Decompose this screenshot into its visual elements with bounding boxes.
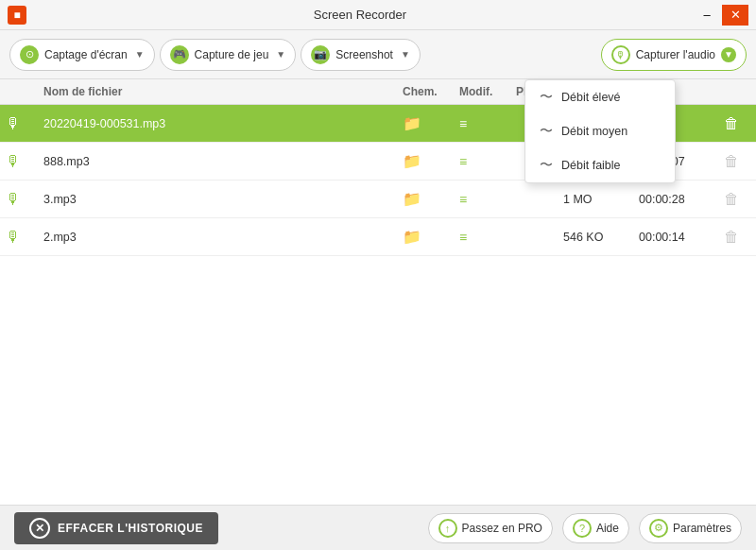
app-logo: ■ — [8, 6, 26, 25]
row-plus — [510, 192, 558, 207]
row-path[interactable]: 📁 — [397, 145, 454, 178]
row-filename: 2.mp3 — [38, 223, 397, 251]
mic-icon: 🎙 — [6, 153, 21, 170]
row-delete[interactable]: 🗑 — [718, 221, 756, 253]
dropdown-low-label: Débit faible — [561, 159, 621, 172]
dropdown-item-low[interactable]: 〜 Débit faible — [525, 148, 675, 182]
app-title: Screen Recorder — [26, 8, 694, 22]
titlebar: ■ Screen Recorder – ✕ — [0, 0, 756, 30]
row-filename: 20220419-000531.mp3 — [38, 110, 397, 138]
row-filename: 3.mp3 — [38, 185, 397, 214]
list-icon: ≡ — [459, 116, 467, 131]
dropdown-item-mid[interactable]: 〜 Débit moyen — [525, 114, 675, 148]
capture-screen-icon: ⊙ — [20, 45, 39, 64]
row-modif[interactable]: ≡ — [454, 146, 510, 177]
capture-game-icon: 🎮 — [170, 45, 189, 64]
table-row: 🎙 2.mp3 📁 ≡ 546 KO 00:00:14 🗑 — [0, 218, 756, 256]
row-modif[interactable]: ≡ — [454, 109, 510, 139]
help-label: Aide — [596, 522, 619, 535]
clear-history-button[interactable]: ✕ EFFACER L'HISTORIQUE — [14, 512, 218, 544]
capture-game-button[interactable]: 🎮 Capture de jeu ▼ — [160, 39, 297, 71]
row-icon-cell: 🎙 — [0, 108, 38, 140]
row-icon-cell: 🎙 — [0, 183, 38, 215]
dropdown-mid-label: Débit moyen — [561, 125, 627, 138]
pro-label: Passez en PRO — [462, 522, 542, 535]
screenshot-button[interactable]: 📷 Screenshot ▼ — [301, 39, 421, 71]
window-controls: – ✕ — [694, 5, 748, 26]
row-duration: 00:00:28 — [633, 185, 718, 214]
clear-history-label: EFFACER L'HISTORIQUE — [58, 522, 203, 535]
row-delete[interactable]: 🗑 — [718, 146, 756, 178]
screenshot-chevron: ▼ — [401, 49, 410, 60]
wave-high-icon: 〜 — [539, 89, 554, 106]
row-size: 546 KO — [558, 223, 633, 251]
col-modif: Modif. — [454, 85, 510, 98]
list-icon: ≡ — [459, 154, 467, 169]
settings-icon: ⚙ — [649, 519, 668, 538]
col-delete — [718, 85, 756, 98]
row-icon-cell: 🎙 — [0, 221, 38, 253]
row-path[interactable]: 📁 — [397, 182, 454, 215]
settings-button[interactable]: ⚙ Paramètres — [639, 513, 742, 543]
row-delete[interactable]: 🗑 — [718, 183, 756, 215]
col-icon — [0, 85, 38, 98]
mic-icon: 🎙 — [6, 229, 21, 246]
row-icon-cell: 🎙 — [0, 146, 38, 178]
pro-icon: ↑ — [438, 519, 457, 538]
folder-icon: 📁 — [403, 114, 421, 132]
capture-audio-label: Capturer l'audio — [636, 48, 715, 61]
help-icon: ? — [573, 519, 592, 538]
folder-icon: 📁 — [403, 190, 421, 208]
row-filename: 888.mp3 — [38, 147, 397, 176]
folder-icon: 📁 — [403, 152, 421, 170]
row-size: 1 MO — [558, 185, 633, 214]
delete-icon[interactable]: 🗑 — [724, 153, 739, 170]
close-button[interactable]: ✕ — [722, 5, 748, 26]
wave-low-icon: 〜 — [539, 157, 554, 174]
audio-chevron-icon[interactable]: ▼ — [721, 47, 736, 62]
row-path[interactable]: 📁 — [397, 220, 454, 253]
capture-screen-chevron: ▼ — [135, 49, 145, 60]
dropdown-high-label: Débit élevé — [561, 91, 621, 104]
help-button[interactable]: ? Aide — [562, 513, 629, 543]
mic-icon: 🎙 — [6, 191, 21, 208]
row-duration: 00:00:14 — [633, 223, 718, 251]
capture-screen-button[interactable]: ⊙ Captage d'écran ▼ — [9, 39, 155, 71]
capture-game-chevron: ▼ — [276, 49, 285, 60]
list-icon: ≡ — [459, 192, 467, 207]
capture-game-label: Capture de jeu — [195, 48, 269, 61]
list-icon: ≡ — [459, 230, 467, 245]
delete-icon[interactable]: 🗑 — [724, 229, 739, 246]
row-delete[interactable]: 🗑 — [718, 108, 756, 140]
screenshot-icon: 📷 — [311, 45, 330, 64]
folder-icon: 📁 — [403, 228, 421, 246]
dropdown-item-high[interactable]: 〜 Débit élevé — [525, 80, 675, 114]
row-plus — [510, 230, 558, 245]
footer: ✕ EFFACER L'HISTORIQUE ↑ Passez en PRO ?… — [0, 505, 756, 550]
capture-screen-label: Captage d'écran — [44, 48, 128, 61]
footer-left: ✕ EFFACER L'HISTORIQUE — [14, 512, 218, 544]
minimize-button[interactable]: – — [694, 5, 720, 26]
table-row: 🎙 3.mp3 📁 ≡ 1 MO 00:00:28 🗑 — [0, 180, 756, 218]
col-filename: Nom de fichier — [38, 85, 397, 98]
bitrate-dropdown: 〜 Débit élevé 〜 Débit moyen 〜 Débit faib… — [524, 79, 676, 183]
toolbar: ⊙ Captage d'écran ▼ 🎮 Capture de jeu ▼ 📷… — [0, 30, 756, 79]
delete-icon[interactable]: 🗑 — [724, 115, 739, 132]
wave-mid-icon: 〜 — [539, 123, 554, 140]
row-modif[interactable]: ≡ — [454, 184, 510, 215]
row-modif[interactable]: ≡ — [454, 222, 510, 252]
mic-icon: 🎙 — [6, 115, 21, 132]
footer-right: ↑ Passez en PRO ? Aide ⚙ Paramètres — [428, 513, 742, 543]
capture-audio-button[interactable]: 🎙 Capturer l'audio ▼ — [601, 39, 747, 71]
delete-icon[interactable]: 🗑 — [724, 191, 739, 208]
screenshot-label: Screenshot — [335, 48, 393, 61]
capture-audio-icon: 🎙 — [611, 45, 630, 64]
settings-label: Paramètres — [673, 522, 731, 535]
row-path[interactable]: 📁 — [397, 107, 454, 140]
clear-history-icon: ✕ — [29, 518, 50, 539]
pro-button[interactable]: ↑ Passez en PRO — [428, 513, 553, 543]
col-path: Chem. — [397, 85, 454, 98]
